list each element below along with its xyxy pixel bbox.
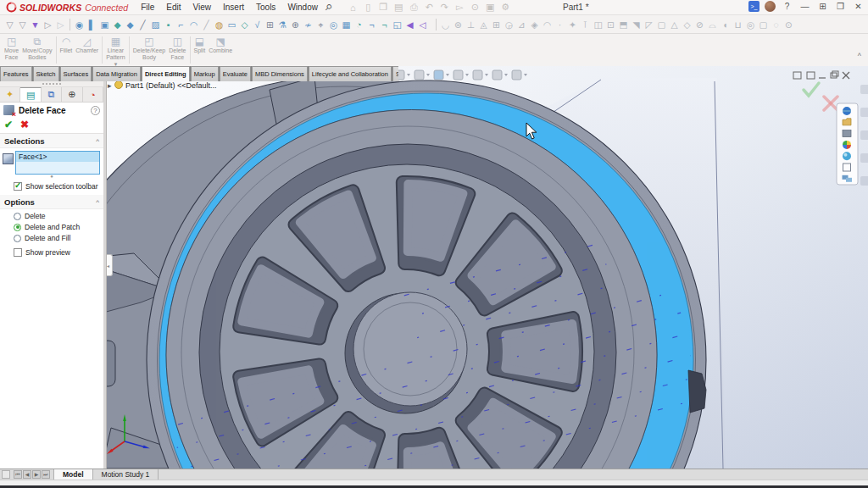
- toolbar-icon[interactable]: ⌖: [314, 18, 327, 31]
- toolbar-icon[interactable]: ◠: [187, 18, 200, 31]
- fillet-button[interactable]: ◠Fillet: [58, 34, 75, 66]
- tab-surfaces[interactable]: Surfaces: [60, 66, 92, 81]
- toolbar-icon[interactable]: ¬: [365, 18, 378, 31]
- selections-section-header[interactable]: Selections ^: [0, 134, 103, 148]
- home-icon[interactable]: ⌂: [345, 3, 360, 13]
- toolbar-icon[interactable]: ◉: [73, 18, 86, 31]
- toolbar-icon[interactable]: ⊙: [782, 18, 795, 31]
- toolbar-icon[interactable]: ▌: [86, 18, 98, 31]
- toolbar-icon[interactable]: ▦: [340, 18, 353, 31]
- attach-icon[interactable]: ⊙: [467, 2, 482, 13]
- toolbar-icon[interactable]: ▢: [757, 18, 770, 31]
- cancel-button[interactable]: ✖: [20, 119, 29, 130]
- tab-mbd-dimensions[interactable]: MBD Dimensions: [252, 66, 308, 81]
- tile-windows-button[interactable]: ⊞: [816, 2, 829, 11]
- show-preview-checkbox[interactable]: [14, 248, 22, 257]
- listbox-resize-handle[interactable]: ●: [0, 175, 103, 179]
- toolbar-icon[interactable]: ▷: [54, 18, 67, 31]
- move-copy-bodiesbutton[interactable]: ⧉Move/CopyBodies: [20, 34, 53, 66]
- panel-tab-4[interactable]: ◔: [83, 87, 103, 102]
- chamfer-button[interactable]: ◿Chamfer: [74, 34, 100, 66]
- toolbar-icon[interactable]: ◁: [416, 18, 429, 31]
- select-icon[interactable]: ▻: [452, 2, 467, 13]
- toolbar-icon[interactable]: ⊿: [515, 18, 528, 31]
- toolbar-icon[interactable]: ⚗: [276, 18, 289, 31]
- toolbar-icon[interactable]: ◍: [213, 18, 225, 31]
- toolbar-icon[interactable]: ▪: [162, 18, 175, 31]
- move-facebutton[interactable]: ◳MoveFace: [3, 34, 20, 66]
- tab-markup[interactable]: Markup: [191, 66, 219, 81]
- toolbar-icon[interactable]: ◡: [439, 18, 452, 31]
- toolbar-icon[interactable]: ▽: [16, 18, 29, 31]
- options-section-header[interactable]: Options ^: [0, 195, 103, 209]
- graphics-area[interactable]: ▸ Part1 (Default) <<Default...: [0, 66, 868, 469]
- toolbar-icon[interactable]: ▢: [655, 18, 668, 31]
- toolbar-icon[interactable]: ◱: [391, 18, 403, 31]
- menu-edit[interactable]: Edit: [160, 3, 186, 12]
- print-icon[interactable]: ⎙: [406, 2, 421, 13]
- help-icon[interactable]: ?: [781, 2, 793, 11]
- toolbar-icon[interactable]: ◈: [528, 18, 541, 31]
- panel-collapse-tab[interactable]: ◂: [107, 254, 113, 276]
- ok-button[interactable]: ✔: [4, 119, 13, 130]
- selection-item[interactable]: Face<1>: [16, 152, 99, 162]
- selections-collapse-icon[interactable]: ^: [96, 137, 99, 145]
- tab-scroll-button[interactable]: ◀: [23, 470, 31, 479]
- toolbar-icon[interactable]: ╱: [136, 18, 149, 31]
- toolbar-icon[interactable]: ◠: [541, 18, 554, 31]
- show-selection-toolbar-row[interactable]: Show selection toolbar: [14, 182, 103, 191]
- toolbar-icon[interactable]: ⊥: [465, 18, 477, 31]
- menu-window[interactable]: Window: [281, 3, 324, 12]
- delete-facebutton[interactable]: ◫DeleteFace: [167, 34, 187, 66]
- toolbar-icon[interactable]: ▣: [98, 18, 111, 31]
- tab-scroll-button[interactable]: ▶: [32, 470, 41, 479]
- split-button[interactable]: ⬓Split: [192, 34, 208, 66]
- radio-circle[interactable]: [14, 213, 21, 220]
- toolbar-icon[interactable]: ≁: [302, 18, 314, 31]
- panel-tab-2[interactable]: ⧉: [42, 87, 62, 102]
- show-preview-row[interactable]: Show preview: [14, 248, 103, 257]
- tab-sketch[interactable]: Sketch: [33, 66, 59, 81]
- toolbar-icon[interactable]: ⬒: [617, 18, 630, 31]
- close-button[interactable]: ✕: [852, 2, 865, 11]
- toolbar-icon[interactable]: √: [251, 18, 264, 31]
- tab-solidworks-add-ins[interactable]: SOLIDWORKS Add-Ins: [392, 66, 398, 81]
- toolbar-icon[interactable]: ·: [554, 18, 566, 31]
- toolbar-icon[interactable]: ◫: [592, 18, 604, 31]
- toolbar-icon[interactable]: ◇: [238, 18, 251, 31]
- toolbar-icon[interactable]: ▭: [225, 18, 238, 31]
- toolbar-icon[interactable]: △: [668, 18, 681, 31]
- toolbar-icon[interactable]: ◆: [124, 18, 136, 31]
- tab-lifecycle-and-collaboration[interactable]: Lifecycle and Collaboration: [309, 66, 392, 81]
- toolbar-icon[interactable]: ⊔: [732, 18, 744, 31]
- radio-delete[interactable]: Delete: [14, 212, 103, 220]
- radio-circle[interactable]: [14, 224, 21, 231]
- toolbar-icon[interactable]: ▨: [149, 18, 162, 31]
- toolbar-icon[interactable]: ◇: [681, 18, 693, 31]
- toolbar-icon[interactable]: ◎: [744, 18, 757, 31]
- tab-motion-study-[interactable]: Motion Study 1: [93, 469, 159, 480]
- tab-scroll-button[interactable]: ⏭: [42, 470, 50, 479]
- panel-help-icon[interactable]: ?: [91, 106, 100, 115]
- toolbar-icon[interactable]: ◥: [630, 18, 643, 31]
- settings-icon[interactable]: ⚙: [498, 2, 513, 13]
- toolbar-icon[interactable]: ⊞: [264, 18, 276, 31]
- toolbar-icon[interactable]: ◌: [770, 18, 782, 31]
- undo-icon[interactable]: ↶: [421, 2, 437, 13]
- toolbar-icon[interactable]: ◶: [503, 18, 515, 31]
- menu-insert[interactable]: Insert: [217, 3, 250, 12]
- commandmanager-collapse-button[interactable]: ^: [858, 52, 861, 60]
- toolbar-icon[interactable]: ▼: [29, 18, 42, 31]
- toolbar-icon[interactable]: ▽: [3, 18, 16, 31]
- cloud-services-icon[interactable]: >_: [748, 1, 760, 12]
- toolbar-icon[interactable]: ◖: [719, 18, 732, 31]
- toolbar-icon[interactable]: ◸: [643, 18, 655, 31]
- options-collapse-icon[interactable]: ^: [96, 198, 99, 206]
- menu-tools[interactable]: Tools: [250, 3, 281, 12]
- tab-data-migration[interactable]: Data Migration: [92, 66, 141, 81]
- breadcrumb-arrow-icon[interactable]: ▸: [108, 81, 112, 90]
- tab-direct-editing[interactable]: Direct Editing: [142, 66, 190, 81]
- toolbar-icon[interactable]: ◆: [111, 18, 124, 31]
- toolbar-icon[interactable]: ⊡: [604, 18, 617, 31]
- panel-tab-1[interactable]: ▤: [20, 87, 41, 102]
